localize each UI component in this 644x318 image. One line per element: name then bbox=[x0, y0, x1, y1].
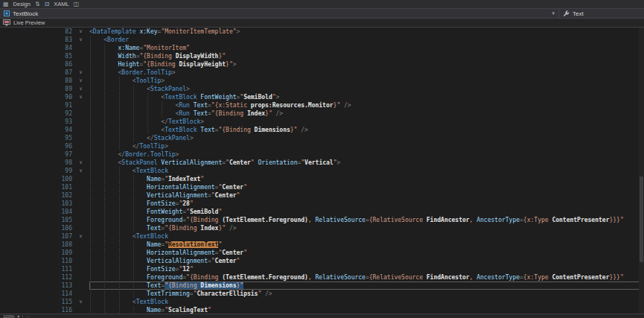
code-line[interactable]: 88∨ <ToolTip> bbox=[0, 77, 644, 85]
code-line[interactable]: 87∨ <Border.ToolTip> bbox=[0, 69, 644, 77]
code-text: TextTrimming="CharacterEllipsis" /> bbox=[89, 290, 644, 298]
code-line[interactable]: 105 Foreground="{Binding (TextElement.Fo… bbox=[0, 216, 644, 224]
code-line[interactable]: 99∨ <TextBlock bbox=[0, 167, 644, 175]
element-breadcrumb-dropdown[interactable]: TextBlock ▾ bbox=[0, 9, 558, 18]
code-line[interactable]: 89∨ <StackPanel> bbox=[0, 85, 644, 93]
code-line[interactable]: 97 </Border.ToolTip> bbox=[0, 150, 644, 159]
fold-gutter bbox=[72, 208, 89, 216]
fold-chevron-icon[interactable]: ∨ bbox=[72, 28, 89, 36]
swap-panes-icon[interactable]: ⇅ bbox=[35, 1, 40, 7]
line-number: 83 bbox=[0, 36, 72, 44]
line-number: 115 bbox=[0, 298, 72, 306]
code-line[interactable]: 101 HorizontalAlignment="Center" bbox=[0, 183, 644, 191]
line-number: 95 bbox=[0, 134, 72, 142]
code-text: VerticalAlignment="Center" bbox=[89, 257, 644, 265]
code-line[interactable]: 113 Text="{Binding Dimensions}" bbox=[0, 282, 644, 290]
fold-chevron-icon[interactable]: ∨ bbox=[72, 36, 89, 44]
fold-chevron-icon[interactable]: ∨ bbox=[72, 167, 89, 175]
preview-tab-bar: Live Preview bbox=[0, 19, 644, 28]
live-preview-icon bbox=[3, 19, 10, 26]
line-number: 99 bbox=[0, 167, 72, 175]
code-line[interactable]: 102 VerticalAlignment="Center" bbox=[0, 191, 644, 200]
zoom-caret-icon[interactable]: ▾ bbox=[17, 314, 19, 318]
code-line[interactable]: 93 </TextBlock> bbox=[0, 118, 644, 126]
property-breadcrumb-dropdown[interactable]: Text bbox=[558, 9, 644, 18]
status-icons[interactable]: ▫ ▫ bbox=[26, 314, 30, 318]
code-editor[interactable]: 82∨<DataTemplate x:Key="MonitorItemTempl… bbox=[0, 28, 644, 318]
code-line[interactable]: 109 HorizontalAlignment="Center" bbox=[0, 249, 644, 257]
line-number: 102 bbox=[0, 191, 72, 200]
live-preview-tab-label[interactable]: Live Preview bbox=[13, 19, 45, 26]
code-line[interactable]: 82∨<DataTemplate x:Key="MonitorItemTempl… bbox=[0, 28, 644, 36]
line-number: 106 bbox=[0, 224, 72, 232]
line-number: 101 bbox=[0, 183, 72, 191]
code-line[interactable]: 100 Name="IndexText" bbox=[0, 175, 644, 183]
split-view-icon[interactable]: ◫ bbox=[74, 1, 80, 7]
design-tab[interactable]: Design bbox=[13, 1, 31, 7]
fold-chevron-icon[interactable]: ∨ bbox=[72, 159, 89, 167]
code-text: <DataTemplate x:Key="MonitorItemTemplate… bbox=[89, 28, 644, 36]
zoom-level[interactable]: 100% bbox=[3, 314, 14, 318]
code-line[interactable]: 96 </ToolTip> bbox=[0, 142, 644, 150]
code-line[interactable]: 85 Width="{Binding DisplayWidth}" bbox=[0, 52, 644, 60]
fold-chevron-icon[interactable]: ∨ bbox=[72, 77, 89, 85]
line-number: 85 bbox=[0, 52, 72, 60]
code-line[interactable]: 98∨ <StackPanel VerticalAlignment="Cente… bbox=[0, 159, 644, 167]
xaml-tab[interactable]: XAML bbox=[54, 1, 68, 7]
code-text: <TextBlock Text="{Binding Dimensions}" /… bbox=[89, 126, 644, 134]
code-line[interactable]: 95 </StackPanel> bbox=[0, 134, 644, 142]
line-number: 86 bbox=[0, 60, 72, 69]
code-line[interactable]: 86 Height="{Binding DisplayHeight}"> bbox=[0, 60, 644, 69]
code-line[interactable]: 111 FontSize="12" bbox=[0, 265, 644, 273]
code-line[interactable]: 110 VerticalAlignment="Center" bbox=[0, 257, 644, 265]
line-number: 90 bbox=[0, 93, 72, 101]
code-line[interactable]: 83∨ <Border bbox=[0, 36, 644, 44]
line-number: 111 bbox=[0, 265, 72, 273]
line-number: 91 bbox=[0, 101, 72, 109]
code-line[interactable]: 106 Text="{Binding Index}" /> bbox=[0, 224, 644, 232]
code-line[interactable]: 114 TextTrimming="CharacterEllipsis" /> bbox=[0, 290, 644, 298]
code-text: <StackPanel> bbox=[89, 85, 644, 93]
fold-chevron-icon[interactable]: ∨ bbox=[72, 298, 89, 306]
fold-chevron-icon[interactable]: ∨ bbox=[72, 85, 89, 93]
code-line[interactable]: 90∨ <TextBlock FontWeight="SemiBold"> bbox=[0, 93, 644, 101]
fold-chevron-icon[interactable]: ∨ bbox=[72, 69, 89, 77]
line-number: 97 bbox=[0, 150, 72, 159]
code-text: Foreground="{Binding (TextElement.Foregr… bbox=[89, 273, 644, 282]
line-number: 108 bbox=[0, 241, 72, 249]
property-breadcrumb-label: Text bbox=[573, 10, 584, 17]
fold-gutter bbox=[72, 290, 89, 298]
vertical-scrollbar[interactable] bbox=[639, 28, 644, 314]
fold-gutter bbox=[72, 257, 89, 265]
code-line[interactable]: 84 x:Name="MonitorItem" bbox=[0, 44, 644, 52]
code-text: <Run Text="{Binding Index}" /> bbox=[89, 109, 644, 118]
code-line[interactable]: 115∨ <TextBlock bbox=[0, 298, 644, 306]
scrollbar-thumb[interactable] bbox=[640, 177, 643, 262]
code-line[interactable]: 91 <Run Text="{x:Static props:Resources.… bbox=[0, 101, 644, 109]
code-line[interactable]: 108 Name="ResolutionText" bbox=[0, 241, 644, 249]
fold-gutter bbox=[72, 273, 89, 282]
line-number: 109 bbox=[0, 249, 72, 257]
code-text: <TextBlock bbox=[89, 232, 644, 241]
line-number: 93 bbox=[0, 118, 72, 126]
line-number: 82 bbox=[0, 28, 72, 36]
fold-gutter bbox=[72, 118, 89, 126]
fold-gutter bbox=[72, 224, 89, 232]
wrench-icon bbox=[563, 10, 570, 17]
code-line[interactable]: 104 FontWeight="SemiBold" bbox=[0, 208, 644, 216]
fold-chevron-icon[interactable]: ∨ bbox=[72, 93, 89, 101]
status-separator bbox=[22, 315, 23, 318]
code-text: Text="{Binding Dimensions}" bbox=[89, 282, 644, 290]
line-number: 94 bbox=[0, 126, 72, 134]
fold-gutter bbox=[72, 52, 89, 60]
line-number: 107 bbox=[0, 232, 72, 241]
code-text: FontWeight="SemiBold" bbox=[89, 208, 644, 216]
code-line[interactable]: 112 Foreground="{Binding (TextElement.Fo… bbox=[0, 273, 644, 282]
code-line[interactable]: 103 FontSize="28" bbox=[0, 200, 644, 208]
code-line[interactable]: 107∨ <TextBlock bbox=[0, 232, 644, 241]
fold-chevron-icon[interactable]: ∨ bbox=[72, 232, 89, 241]
code-line[interactable]: 92 <Run Text="{Binding Index}" /> bbox=[0, 109, 644, 118]
code-line[interactable]: 94 <TextBlock Text="{Binding Dimensions}… bbox=[0, 126, 644, 134]
line-number: 98 bbox=[0, 159, 72, 167]
element-breadcrumb-label: TextBlock bbox=[13, 10, 38, 17]
